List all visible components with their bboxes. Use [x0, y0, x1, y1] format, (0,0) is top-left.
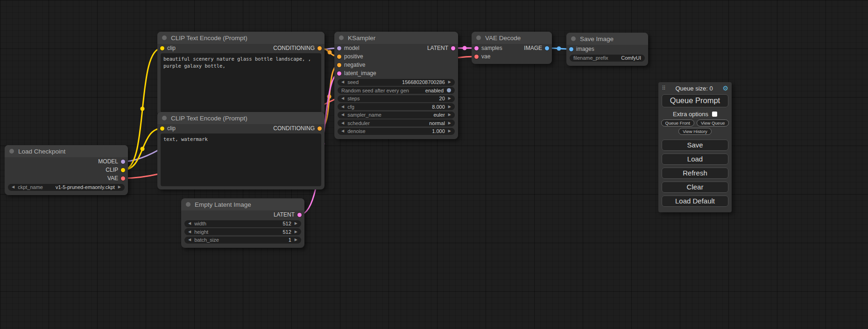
save-button[interactable]: Save: [662, 140, 728, 151]
node-empty-latent-image[interactable]: Empty Latent Image LATENT ◀ width 512 ▶ …: [181, 198, 304, 248]
input-port-clip[interactable]: [160, 126, 164, 131]
load-button[interactable]: Load: [662, 154, 728, 165]
node-title-bar[interactable]: CLIP Text Encode (Prompt): [157, 112, 325, 124]
output-label: IMAGE: [524, 45, 542, 51]
increment-icon[interactable]: ▶: [448, 121, 451, 125]
decrement-icon[interactable]: ◀: [341, 97, 344, 100]
decrement-icon[interactable]: ◀: [341, 129, 344, 133]
node-title: CLIP Text Encode (Prompt): [171, 115, 247, 122]
output-port-conditioning[interactable]: [318, 46, 322, 50]
widget-cfg[interactable]: ◀ cfg 8.000 ▶: [338, 103, 455, 110]
output-label: CONDITIONING: [273, 45, 315, 51]
input-port-images[interactable]: [569, 47, 573, 51]
wire-dot-latent-samples: [463, 46, 467, 50]
prompt-textarea[interactable]: beautiful scenery nature glass bottle la…: [161, 53, 321, 112]
collapse-dot-icon[interactable]: [162, 35, 167, 40]
node-title-bar[interactable]: VAE Decode: [472, 32, 552, 44]
queue-front-button[interactable]: Queue Front: [661, 119, 694, 126]
load-default-button[interactable]: Load Default: [662, 196, 728, 207]
node-title: Load Checkpoint: [18, 148, 65, 155]
settings-gear-icon[interactable]: ⚙: [722, 84, 728, 92]
queue-panel: ⠿ Queue size: 0 ⚙ Queue Prompt Extra opt…: [658, 82, 732, 212]
node-title-bar[interactable]: CLIP Text Encode (Prompt): [157, 32, 325, 44]
output-port-latent[interactable]: [297, 213, 302, 217]
node-save-image[interactable]: Save Image images filename_prefix ComfyU…: [566, 33, 648, 66]
input-port-clip[interactable]: [160, 46, 164, 50]
input-label: images: [576, 46, 594, 52]
collapse-dot-icon[interactable]: [571, 36, 576, 41]
widget-width[interactable]: ◀ width 512 ▶: [184, 220, 301, 227]
refresh-button[interactable]: Refresh: [662, 168, 728, 179]
output-port-image[interactable]: [545, 46, 549, 50]
collapse-dot-icon[interactable]: [339, 35, 344, 40]
node-clip-text-encode-negative[interactable]: CLIP Text Encode (Prompt) clip CONDITION…: [157, 112, 325, 189]
decrement-icon[interactable]: ◀: [12, 185, 14, 189]
widget-height[interactable]: ◀ height 512 ▶: [184, 228, 301, 235]
output-port-conditioning[interactable]: [318, 126, 322, 131]
input-port-positive[interactable]: [337, 55, 341, 59]
input-port-negative[interactable]: [337, 63, 341, 67]
node-vae-decode[interactable]: VAE Decode samples IMAGE vae: [472, 32, 552, 64]
node-title: KSampler: [348, 35, 375, 42]
view-history-button[interactable]: View History: [678, 128, 712, 135]
decrement-icon[interactable]: ◀: [188, 222, 191, 225]
widget-seed[interactable]: ◀ seed 156680208700286 ▶: [338, 79, 455, 86]
increment-icon[interactable]: ▶: [448, 105, 451, 109]
widget-filename-prefix[interactable]: filename_prefix ComfyUI: [570, 55, 645, 62]
drag-handle-icon[interactable]: ⠿: [662, 85, 666, 91]
output-label: VAE: [107, 175, 118, 182]
output-port-model[interactable]: [121, 160, 125, 164]
widget-random-seed-toggle[interactable]: Random seed after every gen enabled: [338, 87, 455, 94]
wire-dot-image: [557, 47, 561, 51]
decrement-icon[interactable]: ◀: [341, 80, 344, 84]
input-label: positive: [344, 53, 363, 60]
clear-button[interactable]: Clear: [662, 182, 728, 193]
decrement-icon[interactable]: ◀: [188, 230, 191, 234]
wire-dot-conditioning-positive: [328, 50, 332, 55]
widget-batch-size[interactable]: ◀ batch_size 1 ▶: [184, 237, 301, 244]
decrement-icon[interactable]: ◀: [341, 105, 344, 109]
node-title-bar[interactable]: KSampler: [334, 32, 458, 44]
node-load-checkpoint[interactable]: Load Checkpoint MODEL CLIP VAE ◀ ckpt_na…: [5, 145, 128, 195]
toggle-knob-icon[interactable]: [447, 88, 451, 92]
collapse-dot-icon[interactable]: [186, 202, 191, 207]
decrement-icon[interactable]: ◀: [341, 113, 344, 117]
output-port-clip[interactable]: [121, 168, 125, 172]
collapse-dot-icon[interactable]: [476, 35, 481, 40]
input-port-vae[interactable]: [474, 55, 479, 59]
decrement-icon[interactable]: ◀: [341, 121, 344, 125]
widget-denoise[interactable]: ◀ denoise 1.000 ▶: [338, 128, 455, 135]
widget-ckpt-name[interactable]: ◀ ckpt_name v1-5-pruned-emaonly.ckpt ▶: [8, 184, 125, 191]
increment-icon[interactable]: ▶: [448, 97, 451, 100]
output-port-vae[interactable]: [121, 176, 125, 181]
decrement-icon[interactable]: ◀: [188, 238, 191, 242]
widget-scheduler[interactable]: ◀ scheduler normal ▶: [338, 119, 455, 126]
increment-icon[interactable]: ▶: [295, 230, 297, 234]
queue-prompt-button[interactable]: Queue Prompt: [662, 94, 728, 107]
queue-size-label: Queue size: 0: [668, 85, 721, 92]
node-title: CLIP Text Encode (Prompt): [171, 35, 247, 42]
increment-icon[interactable]: ▶: [448, 113, 451, 117]
input-port-samples[interactable]: [474, 46, 479, 50]
increment-icon[interactable]: ▶: [448, 80, 451, 84]
increment-icon[interactable]: ▶: [448, 129, 451, 133]
node-ksampler[interactable]: KSampler LATENT model positive negative …: [334, 32, 458, 139]
output-port-latent[interactable]: [451, 46, 455, 50]
extra-options-checkbox[interactable]: [712, 112, 717, 117]
collapse-dot-icon[interactable]: [162, 116, 167, 120]
input-label: latent_image: [344, 70, 376, 77]
widget-steps[interactable]: ◀ steps 20 ▶: [338, 95, 455, 102]
view-queue-button[interactable]: View Queue: [697, 119, 729, 126]
node-title-bar[interactable]: Empty Latent Image: [181, 198, 304, 210]
increment-icon[interactable]: ▶: [295, 222, 297, 225]
collapse-dot-icon[interactable]: [9, 149, 14, 154]
input-port-latent-image[interactable]: [337, 71, 341, 76]
increment-icon[interactable]: ▶: [295, 238, 297, 242]
widget-sampler-name[interactable]: ◀ sampler_name euler ▶: [338, 112, 455, 119]
node-title-bar[interactable]: Save Image: [566, 33, 648, 45]
increment-icon[interactable]: ▶: [118, 185, 121, 189]
node-title-bar[interactable]: Load Checkpoint: [5, 145, 128, 157]
input-label: samples: [481, 45, 502, 51]
node-clip-text-encode-positive[interactable]: CLIP Text Encode (Prompt) clip CONDITION…: [157, 32, 325, 116]
prompt-textarea[interactable]: text, watermark: [161, 133, 321, 186]
